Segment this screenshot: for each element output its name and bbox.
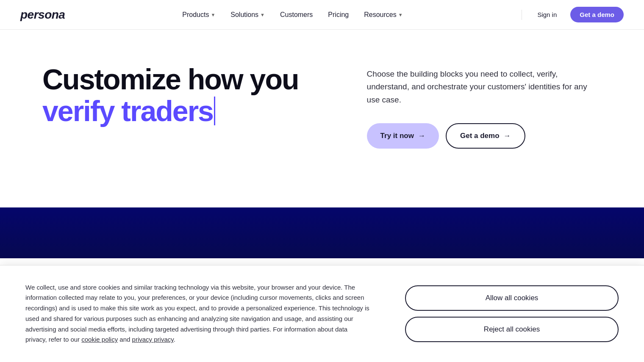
hero-description: Choose the building blocks you need to c… xyxy=(367,68,602,106)
nav-pricing-label: Pricing xyxy=(328,11,349,19)
nav-resources[interactable]: Resources ▼ xyxy=(358,8,408,22)
chevron-down-icon: ▼ xyxy=(260,12,265,17)
try-now-button[interactable]: Try it now → xyxy=(367,123,439,149)
logo[interactable]: persona xyxy=(20,8,65,22)
nav-resources-label: Resources xyxy=(364,11,396,19)
hero-left: Customize how you verify traders xyxy=(42,64,350,127)
hero-buttons: Try it now → Get a demo → xyxy=(367,123,602,149)
hero-title-line2: verify traders xyxy=(42,95,350,127)
chevron-down-icon: ▼ xyxy=(398,12,403,17)
nav-products-label: Products xyxy=(182,11,209,19)
chevron-down-icon: ▼ xyxy=(211,12,215,17)
hero-section: Customize how you verify traders Choose … xyxy=(0,30,644,207)
nav-products[interactable]: Products ▼ xyxy=(176,8,221,22)
get-demo-nav-button[interactable]: Get a demo xyxy=(570,7,624,22)
get-demo-hero-label: Get a demo xyxy=(460,132,500,140)
logo-text: persona xyxy=(20,8,65,21)
nav-center: Products ▼ Solutions ▼ Customers Pricing… xyxy=(176,8,408,22)
arrow-right-icon: → xyxy=(504,132,511,140)
sign-in-button[interactable]: Sign in xyxy=(529,8,565,22)
dark-section xyxy=(0,207,644,258)
try-now-label: Try it now xyxy=(380,132,414,140)
hero-right: Choose the building blocks you need to c… xyxy=(367,64,602,149)
navbar: persona Products ▼ Solutions ▼ Customers… xyxy=(0,0,644,30)
nav-pricing[interactable]: Pricing xyxy=(322,8,355,22)
hero-title-line1: Customize how you xyxy=(42,64,350,95)
text-cursor xyxy=(214,97,215,125)
hero-title-blue-text: verify traders xyxy=(42,95,213,127)
nav-customers[interactable]: Customers xyxy=(274,8,319,22)
get-demo-hero-button[interactable]: Get a demo → xyxy=(446,123,525,149)
nav-solutions-label: Solutions xyxy=(230,11,258,19)
nav-solutions[interactable]: Solutions ▼ xyxy=(225,8,271,22)
nav-customers-label: Customers xyxy=(280,11,313,19)
nav-right: Sign in Get a demo xyxy=(520,7,624,22)
nav-divider xyxy=(522,10,522,20)
arrow-right-icon: → xyxy=(418,132,425,140)
